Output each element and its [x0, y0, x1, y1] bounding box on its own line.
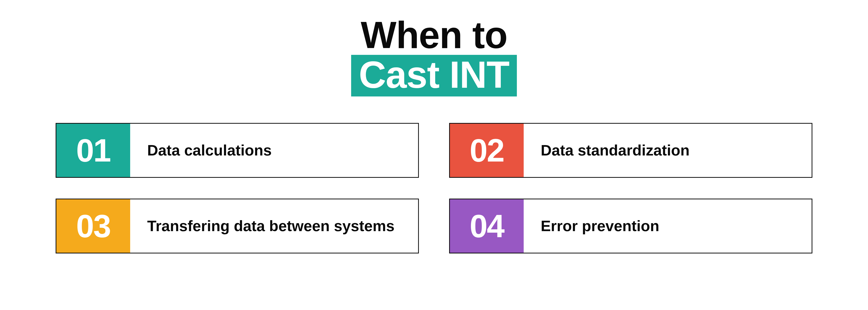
item-label: Data calculations: [130, 124, 283, 177]
list-item: 03 Transfering data between systems: [56, 198, 419, 253]
item-label: Data standardization: [524, 124, 701, 177]
item-number-box: 01: [56, 124, 130, 177]
list-item: 01 Data calculations: [56, 123, 419, 178]
item-number-box: 03: [56, 199, 130, 253]
title-line-1: When to: [0, 15, 868, 55]
diagram-title: When to Cast INT: [0, 15, 868, 96]
list-item: 02 Data standardization: [449, 123, 812, 178]
item-number-box: 02: [450, 124, 524, 177]
item-label: Transfering data between systems: [130, 199, 406, 253]
items-grid: 01 Data calculations 02 Data standardiza…: [56, 123, 812, 253]
item-label: Error prevention: [524, 199, 671, 253]
title-line-2: Cast INT: [351, 55, 517, 96]
item-number-box: 04: [450, 199, 524, 253]
list-item: 04 Error prevention: [449, 198, 812, 253]
